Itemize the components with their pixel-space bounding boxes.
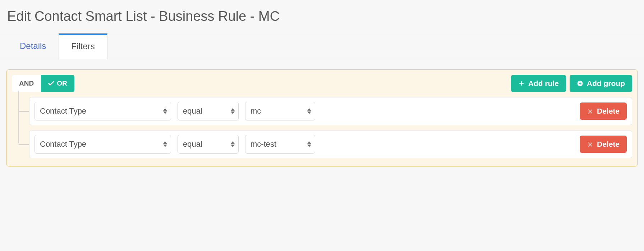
add-circle-icon bbox=[577, 80, 583, 87]
group-header: AND OR Add rule Add group bbox=[12, 75, 632, 92]
value-select[interactable]: mc bbox=[245, 102, 315, 120]
sort-caret-icon bbox=[307, 108, 311, 114]
svg-marker-2 bbox=[231, 108, 235, 111]
plus-icon bbox=[518, 80, 525, 87]
group-actions: Add rule Add group bbox=[511, 75, 632, 92]
svg-marker-4 bbox=[307, 108, 311, 111]
page-title: Edit Contact Smart List - Business Rule … bbox=[0, 0, 644, 33]
operator-select-value: equal bbox=[183, 140, 202, 149]
operator-select[interactable]: equal bbox=[178, 102, 239, 120]
rule-row: Contact Type equal mc bbox=[29, 97, 632, 125]
operator-select-value: equal bbox=[183, 106, 202, 116]
field-select-value: Contact Type bbox=[40, 140, 86, 149]
svg-marker-6 bbox=[163, 141, 167, 144]
filter-builder: AND OR Add rule Add group bbox=[0, 59, 644, 173]
svg-marker-0 bbox=[163, 108, 167, 111]
close-icon bbox=[587, 108, 593, 114]
delete-rule-button[interactable]: Delete bbox=[580, 102, 627, 120]
svg-marker-5 bbox=[307, 111, 311, 114]
sort-caret-icon bbox=[163, 141, 167, 147]
sort-caret-icon bbox=[307, 141, 311, 147]
conjunction-or-label: OR bbox=[57, 79, 67, 87]
tab-details[interactable]: Details bbox=[7, 33, 59, 59]
field-select[interactable]: Contact Type bbox=[34, 135, 171, 154]
svg-marker-11 bbox=[307, 145, 311, 147]
svg-marker-10 bbox=[307, 141, 311, 144]
delete-rule-label: Delete bbox=[597, 107, 620, 115]
delete-rule-label: Delete bbox=[597, 140, 620, 149]
value-select[interactable]: mc-test bbox=[245, 135, 315, 154]
field-select[interactable]: Contact Type bbox=[34, 102, 171, 120]
tab-bar: Details Filters bbox=[0, 33, 644, 59]
svg-marker-3 bbox=[231, 111, 235, 114]
svg-marker-7 bbox=[163, 145, 167, 147]
rule-row: Contact Type equal mc-test bbox=[29, 130, 632, 158]
rule-group: AND OR Add rule Add group bbox=[6, 69, 638, 166]
close-icon bbox=[587, 141, 593, 147]
add-rule-button[interactable]: Add rule bbox=[511, 75, 566, 92]
svg-marker-9 bbox=[231, 145, 235, 147]
conjunction-or[interactable]: OR bbox=[41, 75, 74, 92]
rule-list: Contact Type equal mc bbox=[18, 97, 632, 158]
field-select-value: Contact Type bbox=[40, 106, 86, 116]
value-select-value: mc-test bbox=[250, 140, 276, 149]
sort-caret-icon bbox=[163, 108, 167, 114]
conjunction-and[interactable]: AND bbox=[12, 75, 41, 92]
sort-caret-icon bbox=[231, 108, 235, 114]
tab-filters[interactable]: Filters bbox=[59, 33, 107, 59]
svg-marker-1 bbox=[163, 111, 167, 114]
operator-select[interactable]: equal bbox=[178, 135, 239, 154]
add-group-label: Add group bbox=[587, 79, 625, 88]
sort-caret-icon bbox=[231, 141, 235, 147]
delete-rule-button[interactable]: Delete bbox=[580, 136, 627, 153]
add-group-button[interactable]: Add group bbox=[570, 75, 632, 92]
value-select-value: mc bbox=[250, 106, 261, 116]
conjunction-and-label: AND bbox=[19, 79, 34, 87]
add-rule-label: Add rule bbox=[528, 79, 559, 88]
svg-marker-8 bbox=[231, 141, 235, 144]
conjunction-toggle: AND OR bbox=[12, 75, 74, 92]
check-icon bbox=[48, 81, 54, 86]
